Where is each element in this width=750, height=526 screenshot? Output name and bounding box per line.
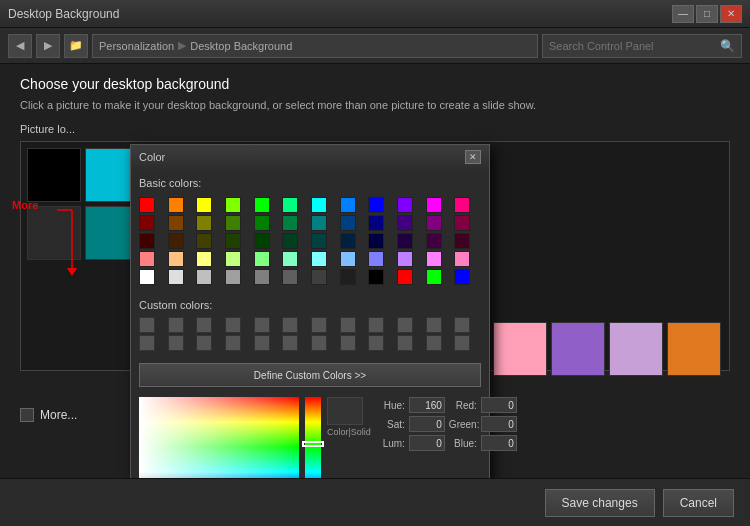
basic-color-cell[interactable] — [426, 269, 442, 285]
custom-color-cell[interactable] — [196, 317, 212, 333]
color-spectrum[interactable] — [139, 397, 299, 478]
custom-color-cell[interactable] — [311, 335, 327, 351]
custom-color-cell[interactable] — [139, 335, 155, 351]
basic-color-cell[interactable] — [311, 215, 327, 231]
basic-color-cell[interactable] — [225, 269, 241, 285]
custom-color-cell[interactable] — [139, 317, 155, 333]
basic-color-cell[interactable] — [454, 269, 470, 285]
basic-color-cell[interactable] — [454, 251, 470, 267]
basic-color-cell[interactable] — [397, 251, 413, 267]
basic-color-cell[interactable] — [311, 269, 327, 285]
basic-color-cell[interactable] — [397, 233, 413, 249]
basic-color-cell[interactable] — [340, 251, 356, 267]
basic-color-cell[interactable] — [254, 233, 270, 249]
basic-color-cell[interactable] — [196, 251, 212, 267]
basic-color-cell[interactable] — [225, 215, 241, 231]
save-changes-button[interactable]: Save changes — [545, 489, 655, 517]
lum-input[interactable] — [409, 435, 445, 451]
basic-color-cell[interactable] — [196, 269, 212, 285]
custom-color-cell[interactable] — [311, 317, 327, 333]
basic-color-cell[interactable] — [340, 233, 356, 249]
basic-color-cell[interactable] — [340, 215, 356, 231]
basic-color-cell[interactable] — [139, 215, 155, 231]
basic-color-cell[interactable] — [168, 251, 184, 267]
basic-color-cell[interactable] — [454, 215, 470, 231]
basic-color-cell[interactable] — [282, 215, 298, 231]
basic-color-cell[interactable] — [311, 233, 327, 249]
custom-color-cell[interactable] — [368, 335, 384, 351]
basic-color-cell[interactable] — [139, 251, 155, 267]
basic-color-cell[interactable] — [368, 215, 384, 231]
custom-color-cell[interactable] — [168, 335, 184, 351]
basic-color-cell[interactable] — [397, 197, 413, 213]
swatch-orange[interactable] — [667, 322, 721, 376]
basic-color-cell[interactable] — [139, 197, 155, 213]
custom-color-cell[interactable] — [225, 335, 241, 351]
more-checkbox[interactable] — [20, 408, 34, 422]
basic-color-cell[interactable] — [311, 251, 327, 267]
basic-color-cell[interactable] — [196, 233, 212, 249]
basic-color-cell[interactable] — [397, 269, 413, 285]
basic-color-cell[interactable] — [426, 233, 442, 249]
basic-color-cell[interactable] — [368, 233, 384, 249]
basic-color-cell[interactable] — [225, 251, 241, 267]
forward-button[interactable]: ▶ — [36, 34, 60, 58]
swatch-black[interactable] — [27, 148, 81, 202]
basic-color-cell[interactable] — [426, 251, 442, 267]
custom-color-cell[interactable] — [254, 335, 270, 351]
basic-color-cell[interactable] — [254, 269, 270, 285]
custom-color-cell[interactable] — [397, 317, 413, 333]
custom-color-cell[interactable] — [340, 317, 356, 333]
custom-color-cell[interactable] — [225, 317, 241, 333]
basic-color-cell[interactable] — [282, 233, 298, 249]
basic-color-cell[interactable] — [254, 215, 270, 231]
custom-color-cell[interactable] — [282, 335, 298, 351]
basic-color-cell[interactable] — [196, 215, 212, 231]
custom-color-cell[interactable] — [397, 335, 413, 351]
minimize-button[interactable]: — — [672, 5, 694, 23]
basic-color-cell[interactable] — [168, 233, 184, 249]
custom-color-cell[interactable] — [426, 335, 442, 351]
basic-color-cell[interactable] — [225, 233, 241, 249]
basic-color-cell[interactable] — [368, 269, 384, 285]
basic-color-cell[interactable] — [196, 197, 212, 213]
basic-color-cell[interactable] — [168, 215, 184, 231]
basic-color-cell[interactable] — [397, 215, 413, 231]
custom-color-cell[interactable] — [168, 317, 184, 333]
basic-color-cell[interactable] — [139, 269, 155, 285]
basic-color-cell[interactable] — [454, 233, 470, 249]
maximize-button[interactable]: □ — [696, 5, 718, 23]
basic-color-cell[interactable] — [340, 197, 356, 213]
basic-color-cell[interactable] — [454, 197, 470, 213]
basic-color-cell[interactable] — [225, 197, 241, 213]
custom-color-cell[interactable] — [426, 317, 442, 333]
basic-color-cell[interactable] — [168, 269, 184, 285]
hue-slider[interactable] — [305, 397, 321, 478]
back-button[interactable]: ◀ — [8, 34, 32, 58]
basic-color-cell[interactable] — [282, 269, 298, 285]
basic-color-cell[interactable] — [311, 197, 327, 213]
basic-color-cell[interactable] — [426, 197, 442, 213]
basic-color-cell[interactable] — [254, 251, 270, 267]
basic-color-cell[interactable] — [368, 197, 384, 213]
basic-color-cell[interactable] — [426, 215, 442, 231]
green-input[interactable] — [481, 416, 517, 432]
red-input[interactable] — [481, 397, 517, 413]
custom-color-cell[interactable] — [454, 335, 470, 351]
blue-input[interactable] — [481, 435, 517, 451]
hue-input[interactable] — [409, 397, 445, 413]
breadcrumb-part1[interactable]: Personalization — [99, 40, 174, 52]
search-input[interactable] — [549, 40, 720, 52]
dialog-close-button[interactable]: ✕ — [465, 150, 481, 164]
custom-color-cell[interactable] — [454, 317, 470, 333]
folder-button[interactable]: 📁 — [64, 34, 88, 58]
custom-color-cell[interactable] — [282, 317, 298, 333]
basic-color-cell[interactable] — [368, 251, 384, 267]
basic-color-cell[interactable] — [282, 251, 298, 267]
close-button[interactable]: ✕ — [720, 5, 742, 23]
swatch-lightpurple[interactable] — [609, 322, 663, 376]
custom-color-cell[interactable] — [254, 317, 270, 333]
custom-color-cell[interactable] — [340, 335, 356, 351]
basic-color-cell[interactable] — [282, 197, 298, 213]
custom-color-cell[interactable] — [196, 335, 212, 351]
